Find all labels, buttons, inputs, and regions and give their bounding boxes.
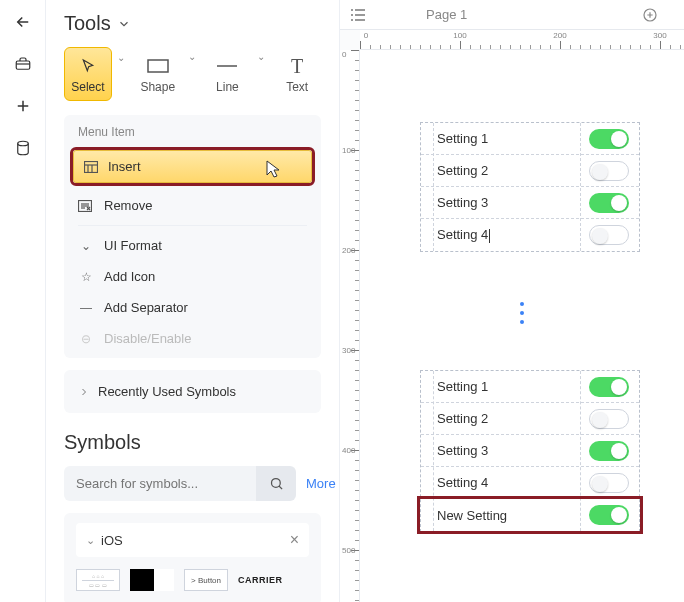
toggle-switch[interactable] — [589, 225, 629, 245]
ruler-label: 200 — [342, 246, 355, 255]
new-row-highlight — [417, 496, 643, 534]
tool-shape[interactable]: Shape ⌄ — [134, 47, 182, 101]
back-icon[interactable] — [13, 12, 33, 32]
chevron-down-icon[interactable]: ⌄ — [188, 51, 196, 62]
settings-row[interactable]: Setting 3 — [421, 435, 639, 467]
ruler-label: 300 — [342, 346, 355, 355]
toggle-switch[interactable] — [589, 441, 629, 461]
symbol-button[interactable]: > Button — [184, 569, 228, 591]
text-icon: T — [291, 54, 303, 78]
toggle-switch[interactable] — [589, 161, 629, 181]
search-box — [64, 466, 296, 501]
pages-list-icon[interactable] — [340, 8, 376, 22]
tools-panel: Tools Select ⌄ Shape ⌄ Line ⌄ T Text — [46, 0, 340, 602]
more-link[interactable]: More — [306, 476, 340, 491]
chevron-down-icon: ⌄ — [86, 534, 95, 547]
menu-add-separator[interactable]: — Add Separator — [64, 292, 321, 323]
canvas-area: Page 1 0 100 200 300 0 100 200 300 400 5… — [340, 0, 684, 602]
ruler-horizontal[interactable]: 0 100 200 300 — [360, 30, 684, 50]
ruler-label: 400 — [342, 446, 355, 455]
recent-symbols[interactable]: Recently Used Symbols — [64, 378, 321, 405]
plus-icon[interactable] — [13, 96, 33, 116]
svg-point-14 — [271, 479, 280, 488]
menu-label: Disable/Enable — [104, 331, 191, 346]
menu-insert[interactable]: Insert — [73, 150, 312, 183]
symbol-label: > Button — [191, 576, 221, 585]
ruler-label: 100 — [453, 31, 466, 40]
symbol-carrier[interactable]: CARRIER — [238, 575, 283, 585]
add-page-button[interactable] — [632, 7, 668, 23]
chevron-down-icon — [117, 17, 131, 31]
symbols-title: Symbols — [64, 431, 321, 454]
more-label: More — [306, 476, 336, 491]
menu-label: Add Icon — [104, 269, 155, 284]
symbol-library-card: ⌄ iOS × ⌂ ⌂ ⌂ ▭ ▭ ▭ > Button CARRIER — [64, 513, 321, 602]
rectangle-icon — [147, 54, 169, 78]
search-row: More — [64, 466, 321, 501]
ruler-label: 0 — [342, 50, 346, 59]
chevron-down-icon[interactable]: ⌄ — [117, 52, 125, 63]
setting-label: Setting 2 — [437, 163, 488, 178]
svg-rect-4 — [85, 161, 98, 172]
settings-row[interactable]: Setting 1 — [421, 123, 639, 155]
panel-title[interactable]: Tools — [64, 12, 321, 35]
cursor-icon — [80, 54, 96, 78]
insert-highlight: Insert — [70, 147, 315, 186]
tool-line[interactable]: Line ⌄ — [204, 47, 252, 101]
chevron-down-icon[interactable]: ⌄ — [257, 51, 265, 62]
symbol-battery[interactable] — [130, 569, 174, 591]
setting-label: Setting 1 — [437, 379, 488, 394]
menu-label: Insert — [108, 159, 141, 174]
page-tabs: Page 1 — [340, 0, 684, 30]
settings-row[interactable]: Setting 2 — [421, 155, 639, 187]
toggle-switch[interactable] — [589, 473, 629, 493]
menu-label: Add Separator — [104, 300, 188, 315]
close-icon[interactable]: × — [290, 531, 299, 549]
canvas[interactable]: Setting 1Setting 2Setting 3Setting 4 Set… — [360, 50, 684, 602]
symbol-keyboard[interactable]: ⌂ ⌂ ⌂ ▭ ▭ ▭ — [76, 569, 120, 591]
tool-text[interactable]: T Text — [273, 47, 321, 101]
tool-label: Line — [216, 80, 239, 94]
ruler-label: 0 — [364, 31, 368, 40]
svg-point-1 — [17, 141, 28, 146]
settings-row[interactable]: Setting 4 — [421, 219, 639, 251]
settings-row[interactable]: Setting 4 — [421, 467, 639, 499]
tab-label: Page 1 — [426, 7, 467, 22]
tool-row: Select ⌄ Shape ⌄ Line ⌄ T Text — [64, 47, 321, 101]
setting-label: Setting 4 — [437, 475, 488, 490]
disable-icon: ⊖ — [78, 332, 94, 346]
settings-row[interactable]: Setting 2 — [421, 403, 639, 435]
toggle-switch[interactable] — [589, 409, 629, 429]
tool-select[interactable]: Select ⌄ — [64, 47, 112, 101]
tool-label: Shape — [140, 80, 175, 94]
ruler-label: 200 — [553, 31, 566, 40]
toggle-switch[interactable] — [589, 129, 629, 149]
menu-disable-enable[interactable]: ⊖ Disable/Enable — [64, 323, 321, 354]
settings-mock-before[interactable]: Setting 1Setting 2Setting 3Setting 4 — [420, 122, 640, 252]
menu-remove[interactable]: Remove — [64, 190, 321, 221]
toolbox-icon[interactable] — [13, 54, 33, 74]
search-button[interactable] — [256, 466, 296, 501]
settings-row[interactable]: Setting 1 — [421, 371, 639, 403]
menu-ui-format[interactable]: ⌄ UI Format — [64, 230, 321, 261]
menu-header: Menu Item — [64, 125, 321, 147]
recent-label: Recently Used Symbols — [98, 384, 236, 399]
page-tab[interactable]: Page 1 — [376, 7, 517, 22]
ruler-label: 300 — [653, 31, 666, 40]
symbol-library-header[interactable]: ⌄ iOS × — [76, 523, 309, 557]
ruler-vertical[interactable]: 0 100 200 300 400 500 — [340, 50, 360, 602]
chevron-right-icon — [78, 386, 90, 398]
panel-title-label: Tools — [64, 12, 111, 35]
cursor-pointer-icon — [265, 159, 283, 179]
recent-card: Recently Used Symbols — [64, 370, 321, 413]
settings-row[interactable]: Setting 3 — [421, 187, 639, 219]
search-input[interactable] — [64, 466, 256, 501]
toggle-switch[interactable] — [589, 193, 629, 213]
menu-add-icon[interactable]: ☆ Add Icon — [64, 261, 321, 292]
ruler-label: 100 — [342, 146, 355, 155]
database-icon[interactable] — [13, 138, 33, 158]
chevron-down-icon: ⌄ — [78, 239, 94, 253]
left-rail — [0, 0, 46, 602]
svg-rect-2 — [148, 60, 168, 72]
toggle-switch[interactable] — [589, 377, 629, 397]
